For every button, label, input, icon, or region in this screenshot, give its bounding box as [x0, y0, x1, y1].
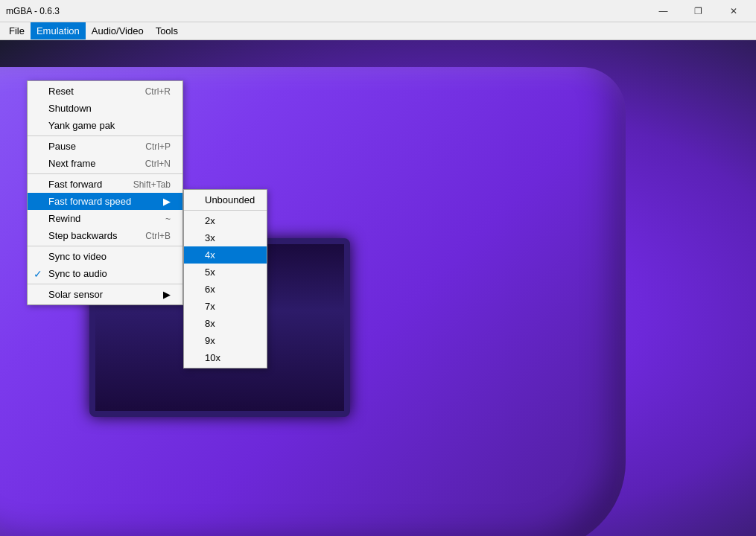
speed-4x[interactable]: 4x — [184, 246, 267, 264]
speed-7x[interactable]: 7x — [184, 298, 267, 315]
speed-5x[interactable]: 5x — [184, 264, 267, 281]
menu-emulation[interactable]: Emulation — [31, 22, 86, 39]
checkmark-icon: ✓ — [34, 268, 42, 280]
menu-sync-to-video[interactable]: Sync to video — [28, 248, 182, 265]
menu-file[interactable]: File — [3, 22, 31, 39]
speed-unbounded[interactable]: Unbounded — [184, 191, 267, 208]
submenu-separator — [184, 210, 267, 211]
menu-solar-sensor[interactable]: Solar sensor ▶ — [28, 286, 182, 303]
title-bar: mGBA - 0.6.3 — ❐ ✕ — [0, 0, 756, 22]
main-content: GBA Reset Ctrl+R Shutdown Yank game pak … — [0, 40, 756, 536]
menu-bar: File Emulation Audio/Video Tools — [0, 22, 756, 40]
menu-fast-forward-speed[interactable]: Fast forward speed ▶ — [28, 193, 182, 210]
menu-next-frame[interactable]: Next frame Ctrl+N — [28, 155, 182, 172]
title-text: mGBA - 0.6.3 — [6, 6, 60, 16]
menu-tools[interactable]: Tools — [150, 22, 184, 39]
separator-1 — [28, 135, 182, 136]
emulation-dropdown: Reset Ctrl+R Shutdown Yank game pak Paus… — [27, 80, 183, 305]
separator-3 — [28, 246, 182, 246]
ff-speed-submenu: Unbounded 2x 3x 4x 5x 6x 7x 8x 9x 10x — [183, 189, 267, 368]
menu-reset[interactable]: Reset Ctrl+R — [28, 83, 182, 100]
menu-fast-forward[interactable]: Fast forward Shift+Tab — [28, 176, 182, 193]
menu-yank-game-pak[interactable]: Yank game pak — [28, 117, 182, 134]
menu-sync-to-audio[interactable]: ✓ Sync to audio — [28, 265, 182, 282]
speed-9x[interactable]: 9x — [184, 332, 267, 349]
menu-pause[interactable]: Pause Ctrl+P — [28, 138, 182, 155]
menu-audio-video[interactable]: Audio/Video — [86, 22, 150, 39]
arrow-icon-solar: ▶ — [163, 289, 171, 300]
speed-6x[interactable]: 6x — [184, 281, 267, 298]
speed-10x[interactable]: 10x — [184, 349, 267, 366]
close-button[interactable]: ✕ — [717, 1, 750, 22]
speed-8x[interactable]: 8x — [184, 315, 267, 332]
speed-2x[interactable]: 2x — [184, 212, 267, 229]
arrow-icon: ▶ — [163, 196, 171, 207]
speed-3x[interactable]: 3x — [184, 229, 267, 246]
separator-4 — [28, 284, 182, 284]
minimize-button[interactable]: — — [647, 1, 680, 22]
menu-rewind[interactable]: Rewind ~ — [28, 210, 182, 227]
menu-shutdown[interactable]: Shutdown — [28, 100, 182, 117]
window-controls: — ❐ ✕ — [647, 1, 750, 22]
menu-step-backwards[interactable]: Step backwards Ctrl+B — [28, 227, 182, 244]
separator-2 — [28, 173, 182, 174]
maximize-button[interactable]: ❐ — [682, 1, 715, 22]
